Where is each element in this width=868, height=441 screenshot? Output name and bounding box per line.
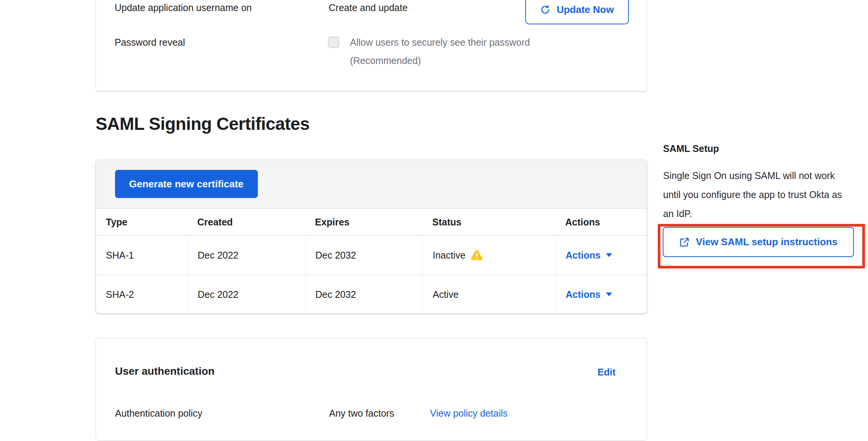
sign-on-settings-card: Update application username on Create an… (96, 0, 647, 92)
cert-actions-cell: Actions (555, 275, 647, 313)
actions-dropdown[interactable]: Actions (566, 250, 612, 261)
saml-setup-heading: SAML Setup (663, 142, 719, 155)
view-policy-details-link[interactable]: View policy details (430, 406, 508, 421)
cert-expires-cell: Dec 2032 (305, 275, 422, 313)
certificates-card: Generate new certificate Type Created Ex… (96, 160, 647, 313)
password-reveal-checkbox[interactable] (328, 37, 339, 48)
update-now-button[interactable]: Update Now (525, 0, 629, 24)
user-authentication-heading: User authentication (115, 363, 214, 379)
status-text: Active (433, 289, 459, 300)
update-username-label: Update application username on (115, 0, 252, 15)
user-authentication-card: User authentication Edit Authentication … (96, 338, 647, 441)
table-row: SHA-2 Dec 2022 Dec 2032 Active Actions (96, 275, 647, 313)
cert-type-cell: SHA-2 (96, 275, 187, 313)
cert-status-cell: Active (422, 275, 555, 313)
column-header-created: Created (187, 209, 305, 235)
update-now-label: Update Now (556, 4, 614, 16)
cert-created-cell: Dec 2022 (187, 236, 305, 275)
view-saml-setup-instructions-button[interactable]: View SAML setup instructions (663, 227, 854, 257)
edit-link[interactable]: Edit (598, 365, 615, 379)
warning-triangle-icon (471, 250, 483, 261)
actions-label: Actions (566, 250, 601, 261)
status-text: Inactive (433, 250, 465, 261)
saml-setup-description: Single Sign On using SAML will not work … (663, 166, 844, 223)
caret-down-icon (606, 253, 612, 257)
cert-expires-cell: Dec 2032 (305, 236, 422, 275)
table-row: SHA-1 Dec 2022 Dec 2032 Inactive Actions (96, 236, 647, 275)
password-reveal-description-line2: (Recommended) (350, 53, 421, 68)
actions-dropdown[interactable]: Actions (566, 289, 612, 300)
authentication-policy-label: Authentication policy (115, 406, 202, 421)
generate-certificate-button[interactable]: Generate new certificate (115, 170, 258, 198)
saml-signing-certificates-heading: SAML Signing Certificates (96, 113, 310, 134)
password-reveal-description-line1: Allow users to securely see their passwo… (350, 35, 530, 50)
caret-down-icon (606, 292, 612, 296)
certificates-toolbar: Generate new certificate (96, 160, 647, 209)
cert-actions-cell: Actions (555, 236, 647, 275)
refresh-icon (540, 5, 550, 15)
update-username-value: Create and update (329, 0, 408, 15)
cert-status-cell: Inactive (422, 236, 555, 275)
cert-created-cell: Dec 2022 (187, 275, 305, 313)
authentication-policy-value: Any two factors (329, 406, 394, 421)
actions-label: Actions (566, 289, 601, 300)
column-header-actions: Actions (555, 209, 647, 235)
certificates-table-header: Type Created Expires Status Actions (96, 209, 647, 236)
password-reveal-label: Password reveal (115, 35, 185, 50)
column-header-expires: Expires (305, 209, 422, 235)
column-header-status: Status (422, 209, 555, 235)
external-link-icon (679, 237, 690, 248)
view-saml-setup-instructions-label: View SAML setup instructions (696, 236, 838, 248)
column-header-type: Type (96, 209, 187, 235)
cert-type-cell: SHA-1 (96, 236, 187, 275)
